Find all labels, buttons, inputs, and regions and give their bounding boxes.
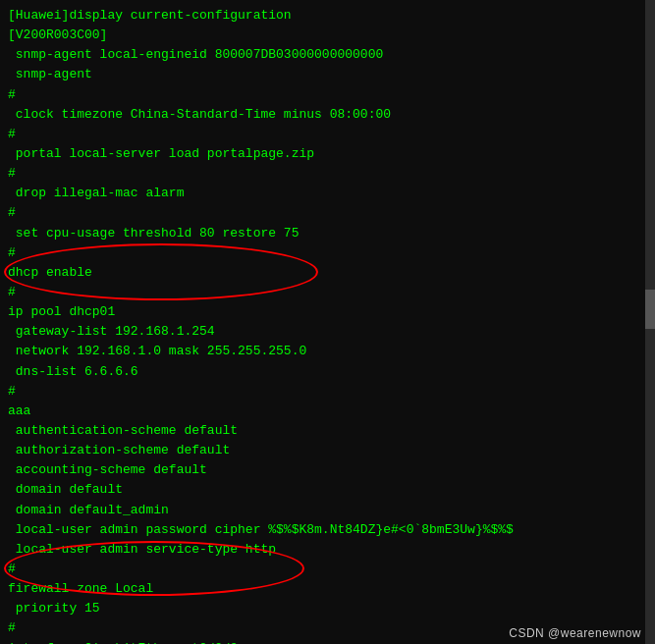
terminal-line: #: [8, 283, 647, 302]
terminal-line: aaa: [8, 402, 647, 421]
terminal-line: authorization-scheme default: [8, 441, 647, 460]
terminal-line: drop illegal-mac alarm: [8, 184, 647, 203]
terminal-window: [Huawei]display current-configuration[V2…: [0, 0, 655, 644]
terminal-line: snmp-agent local-engineid 800007DB030000…: [8, 45, 647, 65]
terminal-line: gateway-list 192.168.1.254: [8, 322, 647, 342]
terminal-line: #: [8, 125, 647, 144]
terminal-line: dhcp enable: [8, 263, 647, 283]
terminal-line: local-user admin service-type http: [8, 540, 647, 560]
terminal-line: #: [8, 203, 647, 223]
terminal-line: #: [8, 560, 647, 579]
terminal-line: #: [8, 85, 647, 105]
terminal-line: clock timezone China-Standard-Time minus…: [8, 105, 647, 125]
terminal-line: #: [8, 243, 647, 263]
terminal-line: firewall zone Local: [8, 579, 647, 599]
terminal-line: domain default: [8, 480, 647, 500]
terminal-line: set cpu-usage threshold 80 restore 75: [8, 224, 647, 243]
scrollbar-thumb[interactable]: [645, 290, 655, 329]
terminal-line: #: [8, 164, 647, 184]
terminal-line: domain default_admin: [8, 501, 647, 520]
terminal-line: accounting-scheme default: [8, 460, 647, 480]
terminal-line: snmp-agent: [8, 65, 647, 84]
terminal-line: [Huawei]display current-configuration: [8, 6, 647, 26]
watermark: CSDN @wearenewnow: [509, 626, 641, 640]
terminal-line: local-user admin password cipher %$%$K8m…: [8, 520, 647, 540]
terminal-line: dns-list 6.6.6.6: [8, 362, 647, 382]
terminal-line: portal local-server load portalpage.zip: [8, 144, 647, 164]
terminal-line: [V200R003C00]: [8, 26, 647, 45]
terminal-line: authentication-scheme default: [8, 421, 647, 441]
scrollbar[interactable]: [645, 0, 655, 644]
terminal-line: network 192.168.1.0 mask 255.255.255.0: [8, 342, 647, 361]
terminal-line: priority 15: [8, 599, 647, 618]
terminal-line: ip pool dhcp01: [8, 302, 647, 322]
terminal-line: #: [8, 382, 647, 402]
terminal-content: [Huawei]display current-configuration[V2…: [8, 6, 647, 644]
